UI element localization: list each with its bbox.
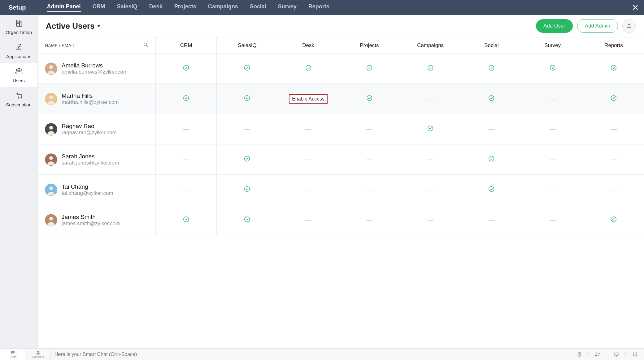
add-user-button[interactable]: Add User (536, 19, 573, 33)
avatar (45, 93, 57, 105)
user-info: James Smithjames.smith@zylker.com (62, 214, 120, 227)
access-cell-campaigns[interactable] (400, 114, 461, 144)
access-cell-salesiq[interactable] (217, 54, 278, 84)
access-cell-salesiq[interactable]: — (217, 114, 278, 144)
nav-tab-crm[interactable]: CRM (93, 3, 105, 12)
access-cell-social[interactable]: — (461, 114, 522, 144)
svg-point-17 (18, 68, 20, 71)
table-row[interactable]: Sarah Jonessarah.jones@zylker.com—————— (38, 144, 644, 175)
access-cell-projects[interactable] (339, 54, 400, 84)
table-row[interactable]: Amelia Burrowsamelia.burrows@zylker.com (38, 54, 644, 84)
access-cell-social[interactable] (461, 175, 522, 205)
sidebar-item-organization[interactable]: Organization (0, 15, 37, 39)
access-cell-desk[interactable]: — (278, 205, 339, 235)
access-cell-reports[interactable]: — (583, 144, 644, 174)
access-cell-salesiq[interactable] (217, 144, 278, 174)
access-cell-projects[interactable] (339, 84, 400, 114)
enable-access-button[interactable]: Enable Access (289, 94, 328, 104)
access-cell-survey[interactable] (522, 54, 583, 84)
dash-icon: — (427, 216, 433, 224)
access-cell-desk[interactable]: — (278, 144, 339, 174)
access-cell-survey[interactable]: — (522, 205, 583, 235)
access-cell-crm[interactable]: — (156, 144, 217, 174)
nav-tab-campaigns[interactable]: Campaigns (208, 3, 238, 12)
dash-icon: — (183, 156, 189, 163)
table-row[interactable]: Raghav Raoraghav.rao@zylker.com——————— (38, 114, 644, 144)
nav-tab-survey[interactable]: Survey (278, 3, 297, 12)
access-cell-campaigns[interactable]: — (400, 205, 461, 235)
svg-point-28 (428, 65, 433, 71)
avatar (45, 214, 57, 226)
nav-tab-salesiq[interactable]: SalesIQ (117, 3, 137, 12)
access-cell-survey[interactable]: — (522, 84, 583, 114)
svg-point-53 (245, 217, 250, 222)
nav-tab-reports[interactable]: Reports (308, 3, 329, 12)
column-header-survey: Survey (522, 37, 583, 53)
access-cell-survey[interactable]: — (522, 114, 583, 144)
access-cell-reports[interactable]: — (583, 114, 644, 144)
access-cell-salesiq[interactable] (217, 84, 278, 114)
sidebar-item-applications[interactable]: Applications (0, 39, 37, 63)
svg-point-29 (489, 65, 494, 71)
sidebar-item-users[interactable]: Users (0, 63, 37, 87)
nav-tab-social[interactable]: Social (250, 3, 266, 12)
access-cell-crm[interactable] (156, 205, 217, 235)
access-cell-reports[interactable] (583, 54, 644, 84)
access-cell-crm[interactable]: — (156, 114, 217, 144)
access-cell-crm[interactable] (156, 84, 217, 114)
bottom-tab-contacts[interactable]: Contacts (25, 349, 51, 360)
check-icon (488, 95, 495, 103)
access-cell-desk[interactable]: — (278, 175, 339, 205)
page-title-dropdown[interactable]: Active Users (46, 21, 100, 31)
access-cell-projects[interactable]: — (339, 114, 400, 144)
access-cell-salesiq[interactable] (217, 205, 278, 235)
access-cell-campaigns[interactable] (400, 54, 461, 84)
access-cell-survey[interactable]: — (522, 144, 583, 174)
nav-tab-projects[interactable]: Projects (174, 3, 196, 12)
screen-share-icon[interactable] (607, 352, 625, 357)
bottom-tab-chats[interactable]: Chats (0, 349, 25, 360)
access-cell-social[interactable] (461, 54, 522, 84)
access-cell-projects[interactable]: — (339, 205, 400, 235)
access-cell-desk[interactable]: — (278, 114, 339, 144)
dash-icon: — (550, 95, 556, 102)
add-admin-button[interactable]: Add Admin (577, 19, 618, 33)
sidebar-item-subscription[interactable]: Subscription (0, 87, 37, 111)
sidebar-item-label: Users (13, 78, 25, 83)
access-cell-campaigns[interactable]: — (400, 84, 461, 114)
table-row[interactable]: Tai Changtai.chang@zylker.com—————— (38, 175, 644, 205)
access-cell-desk[interactable] (278, 54, 339, 84)
document-icon[interactable] (570, 352, 588, 357)
access-cell-social[interactable] (461, 144, 522, 174)
access-cell-reports[interactable] (583, 205, 644, 235)
export-button[interactable] (622, 19, 636, 33)
user-email: amelia.burrows@zylker.com (62, 69, 128, 75)
access-cell-social[interactable] (461, 84, 522, 114)
dash-icon: — (427, 186, 433, 193)
nav-tab-admin-panel[interactable]: Admin Panel (47, 3, 81, 12)
access-cell-crm[interactable] (156, 54, 217, 84)
table-row[interactable]: James Smithjames.smith@zylker.com————— (38, 205, 644, 235)
access-cell-projects[interactable]: — (339, 144, 400, 174)
access-cell-social[interactable]: — (461, 205, 522, 235)
search-icon[interactable] (143, 42, 149, 49)
close-icon[interactable] (632, 4, 639, 11)
access-cell-campaigns[interactable]: — (400, 144, 461, 174)
zia-icon[interactable]: ZIA (588, 352, 607, 357)
svg-point-38 (611, 96, 616, 101)
access-cell-survey[interactable]: — (522, 175, 583, 205)
dash-icon: — (427, 156, 433, 163)
alarm-icon[interactable] (625, 352, 644, 357)
access-cell-reports[interactable] (583, 84, 644, 114)
access-cell-projects[interactable]: — (339, 175, 400, 205)
nav-tab-desk[interactable]: Desk (149, 3, 163, 12)
access-cell-crm[interactable]: — (156, 175, 217, 205)
access-cell-salesiq[interactable] (217, 175, 278, 205)
organization-icon (14, 19, 24, 28)
access-cell-reports[interactable]: — (583, 175, 644, 205)
dash-icon: — (550, 126, 556, 133)
check-icon (427, 125, 434, 133)
access-cell-campaigns[interactable]: — (400, 175, 461, 205)
table-row[interactable]: Martha Hillsmartha.hills@zylker.comEnabl… (38, 84, 644, 114)
smart-chat-input[interactable] (51, 349, 570, 360)
